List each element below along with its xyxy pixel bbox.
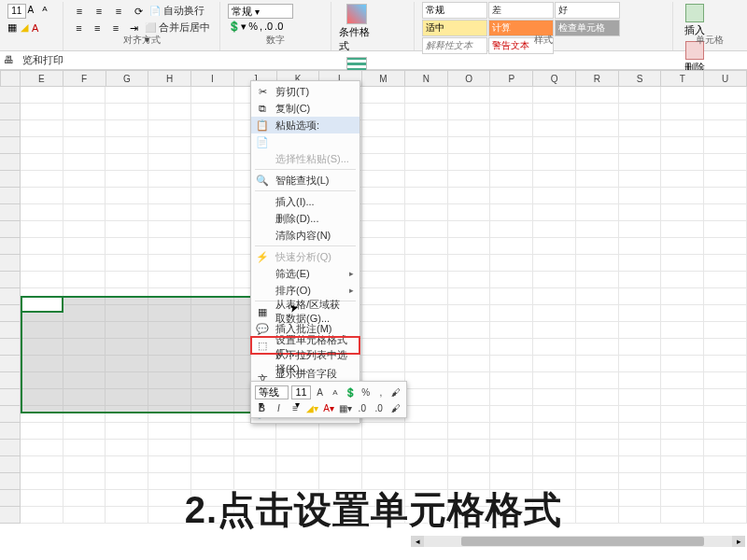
grid-cell[interactable]: [234, 423, 277, 440]
grid-cell[interactable]: [490, 423, 533, 440]
grid-cell[interactable]: [704, 204, 747, 221]
grid-cell[interactable]: [63, 221, 106, 238]
grid-cell[interactable]: [704, 255, 747, 272]
grid-cell[interactable]: [533, 440, 576, 456]
mini-font-color-icon[interactable]: A▾: [322, 401, 336, 415]
grid-cell[interactable]: [191, 137, 234, 154]
grid-cell[interactable]: [405, 406, 448, 423]
grid-cell[interactable]: [148, 272, 191, 288]
grid-cell[interactable]: [148, 188, 191, 204]
grid-cell[interactable]: [21, 272, 63, 288]
grid-cell[interactable]: [490, 456, 533, 473]
grid-cell[interactable]: [576, 389, 619, 406]
grid-cell[interactable]: [405, 238, 448, 255]
grid-cell[interactable]: [533, 356, 576, 372]
column-header[interactable]: N: [405, 71, 448, 86]
grid-cell[interactable]: [490, 372, 533, 389]
grid-cell[interactable]: [704, 104, 747, 120]
grid-cell[interactable]: [63, 423, 106, 440]
grid-cell[interactable]: [448, 356, 491, 372]
comma-icon[interactable]: ,: [260, 21, 262, 33]
grid-cell[interactable]: [191, 87, 234, 104]
grid-cell[interactable]: [405, 372, 448, 389]
decrease-font-icon[interactable]: A: [42, 5, 55, 18]
grid-cell[interactable]: [63, 305, 106, 322]
grid-cell[interactable]: [704, 356, 747, 372]
grid-cell[interactable]: [319, 440, 362, 456]
grid-cell[interactable]: [704, 171, 747, 188]
grid-cell[interactable]: [405, 456, 448, 473]
grid-cell[interactable]: [704, 188, 747, 204]
grid-cell[interactable]: [319, 423, 362, 440]
wrap-text-button[interactable]: 📄 自动换行: [149, 4, 204, 19]
column-header[interactable]: F: [63, 71, 106, 86]
grid-cell[interactable]: [661, 137, 704, 154]
grid-cell[interactable]: [490, 104, 533, 120]
grid-cell[interactable]: [704, 238, 747, 255]
grid-cell[interactable]: [704, 406, 747, 423]
grid-cell[interactable]: [362, 171, 405, 188]
scroll-left-button[interactable]: ◂: [411, 536, 424, 547]
grid-cell[interactable]: [661, 204, 704, 221]
grid-cell[interactable]: [21, 188, 63, 204]
align-middle-icon[interactable]: ≡: [91, 4, 107, 19]
grid-cell[interactable]: [191, 288, 234, 305]
grid-cell[interactable]: [448, 272, 491, 288]
grid-cell[interactable]: [106, 305, 148, 322]
grid-cell[interactable]: [362, 255, 405, 272]
grid-cell[interactable]: [576, 339, 619, 356]
grid-cell[interactable]: [405, 322, 448, 339]
grid-cell[interactable]: [148, 339, 191, 356]
row-header[interactable]: [0, 171, 21, 188]
row-header[interactable]: [0, 389, 21, 406]
ctx-copy[interactable]: ⧉复制(C): [251, 100, 359, 117]
grid-cell[interactable]: [533, 339, 576, 356]
grid-cell[interactable]: [21, 372, 63, 389]
grid-cell[interactable]: [21, 204, 63, 221]
grid-cell[interactable]: [276, 456, 319, 473]
grid-cell[interactable]: [619, 389, 662, 406]
grid-cell[interactable]: [405, 305, 448, 322]
grid-cell[interactable]: [405, 120, 448, 137]
grid-cell[interactable]: [21, 288, 63, 305]
grid-cell[interactable]: [619, 137, 662, 154]
ctx-cut[interactable]: ✂剪切(T): [251, 83, 359, 100]
ctx-clear[interactable]: 清除内容(N): [251, 227, 359, 244]
row-header[interactable]: [0, 305, 21, 322]
grid-cell[interactable]: [106, 372, 148, 389]
grid-cell[interactable]: [191, 322, 234, 339]
grid-cell[interactable]: [533, 120, 576, 137]
row-header[interactable]: [0, 288, 21, 305]
ctx-paste-options[interactable]: 📋粘贴选项:: [251, 117, 359, 133]
grid-cell[interactable]: [191, 423, 234, 440]
grid-cell[interactable]: [148, 322, 191, 339]
grid-cell[interactable]: [63, 104, 106, 120]
grid-cell[interactable]: [661, 372, 704, 389]
grid-cell[interactable]: [405, 356, 448, 372]
grid-cell[interactable]: [661, 339, 704, 356]
grid-cell[interactable]: [661, 154, 704, 171]
grid-cell[interactable]: [21, 389, 63, 406]
grid-cell[interactable]: [576, 154, 619, 171]
grid-cell[interactable]: [661, 171, 704, 188]
grid-cell[interactable]: [362, 137, 405, 154]
grid-cell[interactable]: [405, 255, 448, 272]
grid-cell[interactable]: [576, 322, 619, 339]
grid-cell[interactable]: [619, 372, 662, 389]
ctx-delete[interactable]: 删除(D)...: [251, 210, 359, 227]
grid-cell[interactable]: [661, 305, 704, 322]
fill-color-icon[interactable]: ◢: [21, 21, 28, 34]
grid-cell[interactable]: [148, 137, 191, 154]
grid-cell[interactable]: [576, 440, 619, 456]
grid-cell[interactable]: [533, 406, 576, 423]
grid-cell[interactable]: [576, 204, 619, 221]
print-preview-icon[interactable]: 🖶: [4, 54, 17, 67]
grid-cell[interactable]: [106, 154, 148, 171]
grid-cell[interactable]: [148, 104, 191, 120]
grid-cell[interactable]: [63, 171, 106, 188]
grid-cell[interactable]: [619, 188, 662, 204]
grid-cell[interactable]: [619, 120, 662, 137]
grid-cell[interactable]: [533, 87, 576, 104]
grid-cell[interactable]: [448, 204, 491, 221]
grid-cell[interactable]: [576, 120, 619, 137]
